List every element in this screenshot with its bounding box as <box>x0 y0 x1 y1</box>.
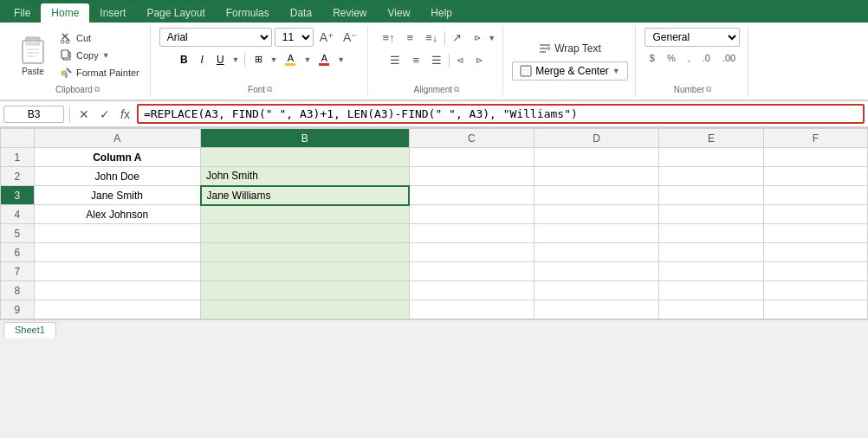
cell-F5[interactable] <box>763 224 867 243</box>
cell-A3[interactable]: Jane Smith <box>34 186 201 205</box>
cancel-formula-button[interactable]: ✕ <box>75 106 93 123</box>
cell-B6[interactable] <box>201 243 410 262</box>
cell-A2[interactable]: John Doe <box>34 167 201 186</box>
increase-font-button[interactable]: A⁺ <box>316 28 337 47</box>
font-size-select[interactable]: 11 <box>275 28 314 47</box>
cell-C8[interactable] <box>409 281 534 300</box>
cell-B1[interactable] <box>201 148 410 167</box>
cell-F2[interactable] <box>763 167 867 186</box>
col-header-a[interactable]: A <box>34 129 201 148</box>
row-header-1[interactable]: 1 <box>1 148 35 167</box>
currency-button[interactable]: $ <box>645 50 660 66</box>
col-header-e[interactable]: E <box>659 129 763 148</box>
row-header-8[interactable]: 8 <box>1 281 35 300</box>
align-middle-button[interactable]: ≡ <box>402 28 419 48</box>
merge-dropdown-icon[interactable]: ▼ <box>612 67 620 75</box>
align-left-button[interactable]: ☰ <box>385 50 405 70</box>
cell-C1[interactable] <box>409 148 534 167</box>
tab-home[interactable]: Home <box>41 3 89 23</box>
copy-dropdown-icon[interactable]: ▼ <box>102 51 110 60</box>
tab-file[interactable]: File <box>3 3 41 23</box>
indent-dropdown-icon[interactable]: ▼ <box>488 34 496 42</box>
copy-button[interactable]: Copy ▼ <box>57 48 143 63</box>
cell-A6[interactable] <box>34 243 201 262</box>
merge-center-button[interactable]: Merge & Center ▼ <box>512 61 628 81</box>
cell-F1[interactable] <box>763 148 867 167</box>
col-header-c[interactable]: C <box>409 129 534 148</box>
border-button[interactable]: ⊞ <box>249 51 268 68</box>
font-launcher[interactable]: ⧉ <box>267 85 272 94</box>
row-header-7[interactable]: 7 <box>1 262 35 281</box>
cell-A5[interactable] <box>34 224 201 243</box>
cell-D1[interactable] <box>534 148 659 167</box>
cell-C2[interactable] <box>409 167 534 186</box>
increase-indent-button[interactable]: ⊳ <box>470 52 488 68</box>
cell-B8[interactable] <box>201 281 410 300</box>
col-header-d[interactable]: D <box>534 129 659 148</box>
cell-A9[interactable] <box>34 300 201 319</box>
tab-review[interactable]: Review <box>322 3 377 23</box>
cell-F3[interactable] <box>763 186 867 205</box>
col-header-b[interactable]: B <box>201 129 410 148</box>
cell-C3[interactable] <box>409 186 534 205</box>
italic-button[interactable]: I <box>196 51 209 68</box>
row-header-5[interactable]: 5 <box>1 224 35 243</box>
cell-B9[interactable] <box>201 300 410 319</box>
tab-page-layout[interactable]: Page Layout <box>136 3 215 23</box>
format-painter-button[interactable]: Format Painter <box>57 65 143 81</box>
cell-E2[interactable] <box>659 167 763 186</box>
align-top-button[interactable]: ≡↑ <box>377 28 399 48</box>
decrease-indent-button[interactable]: ⊲ <box>451 52 469 68</box>
font-color-dropdown-icon[interactable]: ▼ <box>337 55 345 64</box>
decrease-decimal-button[interactable]: .0 <box>697 50 716 66</box>
fill-color-button[interactable]: A <box>280 50 301 68</box>
cell-E8[interactable] <box>659 281 763 300</box>
cell-C6[interactable] <box>409 243 534 262</box>
number-format-select[interactable]: General <box>645 28 740 47</box>
cell-A8[interactable] <box>34 281 201 300</box>
cell-D3[interactable] <box>534 186 659 205</box>
underline-button[interactable]: U <box>211 51 230 68</box>
indent-text-button[interactable]: ⊳ <box>469 29 486 46</box>
cell-C5[interactable] <box>409 224 534 243</box>
cell-B4[interactable] <box>201 205 410 224</box>
row-header-3[interactable]: 3 <box>1 186 35 205</box>
cell-D7[interactable] <box>534 262 659 281</box>
decrease-font-button[interactable]: A⁻ <box>340 28 360 47</box>
bold-button[interactable]: B <box>175 51 193 68</box>
cell-C7[interactable] <box>409 262 534 281</box>
cell-E4[interactable] <box>659 205 763 224</box>
tab-data[interactable]: Data <box>280 3 322 23</box>
tab-formulas[interactable]: Formulas <box>216 3 280 23</box>
align-bottom-button[interactable]: ≡↓ <box>420 28 443 48</box>
underline-dropdown-icon[interactable]: ▼ <box>232 55 240 64</box>
confirm-formula-button[interactable]: ✓ <box>96 106 113 123</box>
cell-B2[interactable]: John Smith <box>201 167 410 186</box>
increase-decimal-button[interactable]: .00 <box>717 50 741 66</box>
alignment-launcher[interactable]: ⧉ <box>454 85 459 94</box>
cell-E3[interactable] <box>659 186 763 205</box>
comma-button[interactable]: , <box>683 50 696 66</box>
align-center-button[interactable]: ≡ <box>407 50 424 70</box>
clipboard-launcher[interactable]: ⧉ <box>94 85 100 94</box>
cell-F6[interactable] <box>763 243 867 262</box>
cell-F9[interactable] <box>763 300 867 319</box>
row-header-4[interactable]: 4 <box>1 205 35 224</box>
cell-F4[interactable] <box>763 205 867 224</box>
cell-B7[interactable] <box>201 262 410 281</box>
wrap-text-button[interactable]: Wrap Text <box>534 40 606 57</box>
font-family-select[interactable]: Arial <box>159 28 272 47</box>
font-color-button[interactable]: A <box>314 50 334 68</box>
number-launcher[interactable]: ⧉ <box>706 85 711 94</box>
cell-E5[interactable] <box>659 224 763 243</box>
row-header-9[interactable]: 9 <box>1 300 35 319</box>
col-header-f[interactable]: F <box>763 129 867 148</box>
corner-cell[interactable] <box>1 129 35 148</box>
angle-text-button[interactable]: ↗ <box>447 28 467 48</box>
row-header-6[interactable]: 6 <box>1 243 35 262</box>
cell-F7[interactable] <box>763 262 867 281</box>
cell-B5[interactable] <box>201 224 410 243</box>
tab-view[interactable]: View <box>378 3 421 23</box>
percent-button[interactable]: % <box>662 50 681 66</box>
cell-D2[interactable] <box>534 167 659 186</box>
